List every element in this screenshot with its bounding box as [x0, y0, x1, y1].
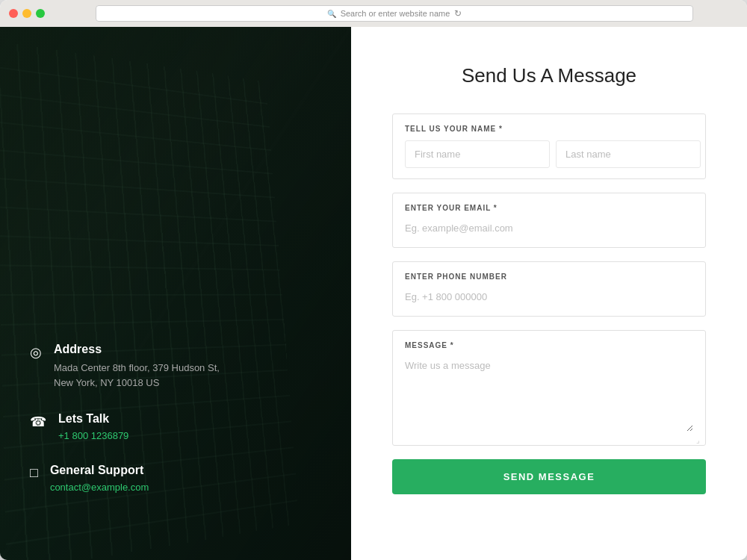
minimize-button[interactable] [22, 9, 31, 18]
phone-number[interactable]: +1 800 1236879 [58, 430, 128, 441]
reload-icon[interactable]: ↻ [454, 8, 462, 19]
support-details: General Support contact@example.com [50, 464, 149, 493]
browser-content: ◎ Address Mada Center 8th floor, 379 Hud… [0, 27, 747, 560]
left-panel: ◎ Address Mada Center 8th floor, 379 Hud… [0, 27, 351, 560]
address-bar-text: Search or enter website name [341, 9, 450, 18]
mail-icon: □ [30, 465, 38, 481]
address-details: Address Mada Center 8th floor, 379 Hudso… [54, 343, 220, 390]
name-section: TELL US YOUR NAME * [392, 113, 706, 179]
address-line2: New York, NY 10018 US [54, 376, 220, 391]
maximize-button[interactable] [36, 9, 45, 18]
support-email[interactable]: contact@example.com [50, 482, 149, 493]
phone-details: Lets Talk +1 800 1236879 [58, 412, 128, 441]
traffic-lights [9, 9, 45, 18]
browser-titlebar: 🔍 Search or enter website name ↻ [0, 0, 747, 27]
address-line1: Mada Center 8th floor, 379 Hudson St, [54, 361, 220, 376]
location-icon: ◎ [30, 344, 42, 361]
phone-icon: ☎ [30, 414, 46, 430]
resize-handle[interactable]: ⌟ [696, 436, 704, 444]
contact-info: ◎ Address Mada Center 8th floor, 379 Hud… [30, 343, 321, 515]
last-name-input[interactable] [556, 140, 701, 168]
search-icon: 🔍 [327, 10, 336, 18]
phone-section: ENTER PHONE NUMBER [392, 261, 706, 317]
support-title: General Support [50, 464, 149, 477]
address-bar[interactable]: 🔍 Search or enter website name ↻ [96, 5, 693, 22]
address-block: ◎ Address Mada Center 8th floor, 379 Hud… [30, 343, 321, 390]
email-section: ENTER YOUR EMAIL * [392, 193, 706, 248]
support-block: □ General Support contact@example.com [30, 464, 321, 493]
message-label: MESSAGE * [405, 341, 693, 349]
email-label: ENTER YOUR EMAIL * [405, 204, 693, 212]
name-label: TELL US YOUR NAME * [405, 125, 693, 133]
submit-button[interactable]: SEND MESSAGE [392, 459, 706, 494]
address-title: Address [54, 343, 220, 356]
name-input-row [405, 140, 693, 168]
phone-title: Lets Talk [58, 412, 128, 426]
message-input[interactable] [405, 357, 693, 432]
close-button[interactable] [9, 9, 18, 18]
first-name-input[interactable] [405, 140, 550, 168]
phone-block: ☎ Lets Talk +1 800 1236879 [30, 412, 321, 441]
contact-form: TELL US YOUR NAME * ENTER YOUR EMAIL * E… [392, 113, 706, 494]
browser-window: 🔍 Search or enter website name ↻ ◎ Addre… [0, 0, 747, 560]
phone-label: ENTER PHONE NUMBER [405, 273, 693, 281]
form-title: Send Us A Message [462, 64, 636, 87]
message-section: MESSAGE * ⌟ [392, 330, 706, 446]
right-panel: Send Us A Message TELL US YOUR NAME * EN… [351, 27, 747, 560]
email-input[interactable] [405, 220, 693, 237]
phone-input[interactable] [405, 288, 693, 305]
